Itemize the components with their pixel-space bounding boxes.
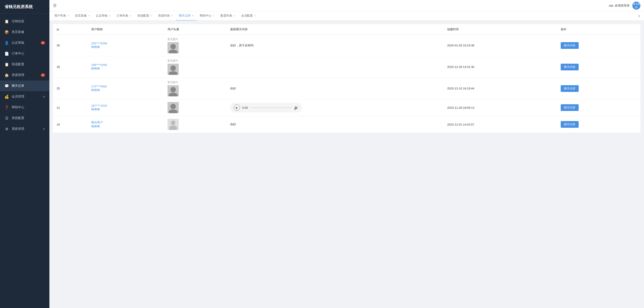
tab-close-member-config[interactable]: × [254,14,256,17]
avatar-placeholder-label-0: 暂无图片 [168,37,223,41]
cell-action-1: 聊天内容 [557,56,640,78]
tab-close-house[interactable]: × [171,14,172,17]
user-link-nickname-0[interactable]: 锵锵锵 [91,45,160,49]
tab-close-filter[interactable]: × [150,14,152,17]
user-avatar-button[interactable]: 省兄返款 [632,1,640,10]
tab-close-user-list[interactable]: × [67,14,69,17]
table-card: id 用户昵称 用户头像 最新聊天内容 创建时间 操作 30155****829… [53,24,640,133]
cell-avatar-1: 暂无图片 [164,56,226,78]
tab-label-house: 房源列表 [158,14,170,18]
sidebar: 省钱兄租房系统 📋 注销信息 📦 首页装修 👤 认证审核 2 📄 订单中心 📋 … [0,0,50,308]
sidebar-item-auth[interactable]: 👤 认证审核 2 [0,37,50,48]
user-link-nickname-2[interactable]: 锵锵锵 [91,88,160,92]
sysconfig-icon: ☰ [4,116,9,120]
decor-icon: 📦 [4,30,9,34]
sidebar-item-register[interactable]: 📋 注销信息 [0,16,50,27]
help-icon: ❓ [4,105,9,110]
cell-id-3: 12 [53,99,88,116]
auth-badge: 2 [41,41,45,44]
tab-label-member-config: 会员配置 [241,14,253,18]
tab-help[interactable]: 帮助中心 × [196,11,217,21]
hamburger-icon[interactable]: ☰ [53,3,56,8]
cell-id-0: 30 [53,35,88,56]
sidebar-item-house[interactable]: 🏠 房源管理 2 [0,70,50,80]
user-link-nickname-3[interactable]: 锵锵锵 [91,107,160,111]
cell-action-3: 聊天内容 [557,99,640,116]
table-row: 25173****0662锵锵锵暂无图片 你好2023-12-15 16:19:… [53,78,640,99]
filter-icon: 📋 [4,62,9,67]
volume-icon-3[interactable]: 🔊 [294,106,298,110]
sidebar-item-filter[interactable]: 📋 筛选配置 [0,59,50,70]
topbar-right: sqx ,欢迎您登录 省兄返款 [609,1,640,10]
avatar-img-0 [168,42,179,53]
tab-label-decor: 首页装修 [75,14,87,18]
cell-user-3: 187****1034锵锵锵 [88,99,164,116]
chat-content-button-4[interactable]: 聊天内容 [561,121,579,128]
cell-avatar-3 [164,99,226,116]
col-latest-content: 最新聊天内容 [226,24,444,35]
welcome-text: sqx ,欢迎您登录 [609,3,630,8]
chat-content-button-2[interactable]: 聊天内容 [561,85,579,92]
sidebar-item-sysmanage[interactable]: ⚙ 系统管理 ∨ [0,124,50,134]
col-id: id [53,24,88,35]
cell-content-0: 你好，房子还有吗 [226,35,444,56]
user-link-name-1[interactable]: 198****0260 [91,63,160,67]
tab-decor[interactable]: 首页装修 × [72,11,92,21]
tabs-more-icon[interactable]: ∨ [636,14,642,18]
tab-order[interactable]: 订单列表 × [114,11,134,21]
cell-content-4: 你好 [226,116,444,133]
sidebar-item-decor[interactable]: 📦 首页装修 [0,27,50,37]
chat-records-table: id 用户昵称 用户头像 最新聊天内容 创建时间 操作 30155****829… [53,24,640,133]
user-link-name-0[interactable]: 155****8298 [91,42,160,45]
chat-content-button-0[interactable]: 聊天内容 [561,42,579,49]
chat-content-button-3[interactable]: 聊天内容 [561,104,579,111]
sidebar-item-chat[interactable]: 💬 聊天记录 [0,80,50,91]
sidebar-item-sysconfig[interactable]: ☰ 系统配置 [0,113,50,124]
sidebar-item-help[interactable]: ❓ 帮助中心 [0,102,50,113]
tab-close-decor[interactable]: × [88,14,89,17]
tab-label-filter: 筛选配置 [138,14,149,18]
sidebar-label-sysconfig: 系统配置 [12,116,45,120]
cell-content-2: 你好 [226,78,444,99]
col-username: 用户昵称 [88,24,164,35]
cell-date-1: 2023-12-29 13:31:30 [444,56,557,78]
tab-close-config-list[interactable]: × [234,14,235,17]
tab-close-help[interactable]: × [213,14,214,17]
cell-date-2: 2023-12-15 16:19:44 [444,78,557,99]
col-avatar: 用户头像 [164,24,226,35]
table-row: 12187****1034锵锵锵 ▶ 0:00 🔊 2023-11-28 18:… [53,99,640,116]
cell-content-1 [226,56,444,78]
cell-user-0: 155****8298锵锵锵 [88,35,164,56]
tab-close-auth[interactable]: × [109,14,110,17]
tab-config-list[interactable]: 配置列表 × [217,11,238,21]
cell-id-2: 25 [53,78,88,99]
cell-action-2: 聊天内容 [557,78,640,99]
user-link-name-2[interactable]: 173****0662 [91,85,160,88]
house-badge: 2 [41,74,45,77]
tab-chat[interactable]: 聊天记录 × [176,11,196,21]
sidebar-item-order[interactable]: 📄 订单中心 [0,48,50,59]
tab-auth[interactable]: 认证审核 × [93,11,114,21]
sidebar-item-member[interactable]: 💰 会员管理 ∨ [0,91,50,102]
cell-avatar-2: 暂无图片 [164,78,226,99]
user-link-name-3[interactable]: 187****1034 [91,104,160,107]
user-link-name-4[interactable]: 微信用户 [91,120,160,124]
tab-close-chat[interactable]: × [192,14,193,17]
sidebar-label-member: 会员管理 [12,95,42,99]
tab-filter[interactable]: 筛选配置 × [134,11,155,21]
audio-progress-3[interactable] [251,107,292,108]
tab-label-auth: 认证审核 [96,14,108,18]
user-link-nickname-4[interactable]: 锵锵锵 [91,124,160,129]
member-arrow: ∨ [43,95,45,98]
tab-house[interactable]: 房源列表 × [155,11,176,21]
audio-player-3: ▶ 0:00 🔊 [230,103,302,113]
user-link-nickname-1[interactable]: 锵锵锵 [91,67,160,71]
tab-close-order[interactable]: × [130,14,131,17]
cell-action-4: 聊天内容 [557,116,640,133]
tab-user-list[interactable]: 用户列表 × [51,11,72,21]
tab-member-config[interactable]: 会员配置 × [238,11,259,21]
play-button-3[interactable]: ▶ [234,105,240,111]
tab-label-user-list: 用户列表 [54,14,66,18]
cell-date-4: 2023-12-01 14:42:57 [444,116,557,133]
chat-content-button-1[interactable]: 聊天内容 [561,64,579,70]
